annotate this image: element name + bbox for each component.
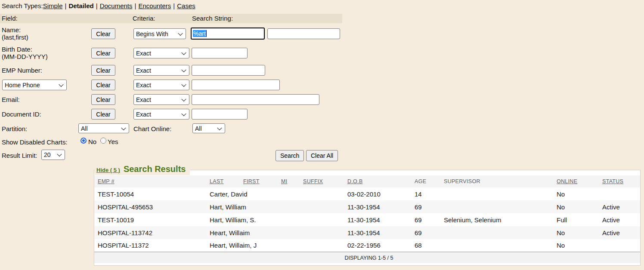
radio-yes-label: Yes <box>108 138 118 145</box>
results-header-row: EMP # LAST FIRST MI SUFFIX D.O.B AGE SUP… <box>94 175 640 187</box>
column-header-mi: MI <box>278 175 300 187</box>
chevron-down-icon <box>181 67 186 72</box>
table-row[interactable]: HOSPITAL-113742 Heart, Willaim 11-30-195… <box>94 226 640 239</box>
result-limit-select[interactable]: 20 <box>41 150 65 160</box>
email-criteria-select[interactable]: Exact <box>133 94 189 105</box>
emp-number-clear-button[interactable]: Clear <box>91 65 115 76</box>
radio-no-label: No <box>88 138 96 145</box>
search-button[interactable]: Search <box>276 150 304 161</box>
column-header-suffix: SUFFIX <box>300 175 344 187</box>
cell-dob: 11-30-1954 <box>344 226 411 239</box>
cell-age: 68 <box>411 239 440 252</box>
chart-online-label: Chart Online: <box>133 125 171 132</box>
chevron-down-icon <box>178 31 183 35</box>
cell-status <box>599 239 640 252</box>
displaying-count: DISPLAYING 1-5 / 5 <box>94 252 640 263</box>
cell-online: Full <box>553 213 599 226</box>
cell-online: No <box>553 187 599 200</box>
cell-dob: 11-30-1954 <box>344 200 411 213</box>
name-clear-button[interactable]: Clear <box>91 28 115 39</box>
results-table: EMP # LAST FIRST MI SUFFIX D.O.B AGE SUP… <box>94 175 640 263</box>
phone-search-input[interactable] <box>192 80 280 90</box>
document-id-label: Document ID: <box>2 110 41 118</box>
cell-dob: 03-02-2010 <box>344 187 411 200</box>
document-id-search-input[interactable] <box>192 109 248 120</box>
chart-online-select[interactable]: All <box>192 123 225 133</box>
document-id-criteria-select[interactable]: Exact <box>133 109 189 120</box>
cell-dob: 02-22-1956 <box>344 239 411 252</box>
birth-date-label: Birth Date: (MM-DD-YYYY) <box>2 46 48 60</box>
cell-online: No <box>553 226 599 239</box>
chevron-down-icon <box>181 50 186 55</box>
cell-emp: TEST-10054 <box>94 187 206 200</box>
field-column-label: Field: <box>2 15 18 22</box>
chevron-down-icon <box>181 96 186 101</box>
email-clear-button[interactable]: Clear <box>91 94 115 105</box>
name-search-input-2[interactable] <box>267 28 340 39</box>
column-header-emp: EMP # <box>94 175 206 187</box>
nav-link-simple[interactable]: Simple <box>43 2 63 9</box>
radio-no[interactable] <box>80 138 87 144</box>
cell-age: 14 <box>411 187 440 200</box>
cell-name: Hart, William <box>206 200 344 213</box>
chevron-down-icon <box>181 82 186 86</box>
cell-supervisor: Selenium, Selenium <box>440 213 553 226</box>
column-header-online: ONLINE <box>553 175 599 187</box>
table-row[interactable]: TEST-10054 Carter, David 03-02-2010 14 N… <box>94 187 640 200</box>
nav-link-cases[interactable]: Cases <box>177 2 195 9</box>
cell-emp: TEST-10019 <box>94 213 206 226</box>
table-row[interactable]: HOSPITAL-495653 Hart, William 11-30-1954… <box>94 200 640 213</box>
column-header-dob: D.O.B <box>344 175 411 187</box>
cell-online: No <box>553 239 599 252</box>
birth-date-search-input[interactable] <box>192 48 248 58</box>
chevron-down-icon <box>121 125 126 130</box>
chevron-down-icon <box>181 111 186 116</box>
column-header-status: STATUS <box>599 175 640 187</box>
search-results-panel: Hide ( 5 ) Search Results EMP # LAST FIR… <box>94 170 641 266</box>
name-criteria-select[interactable]: Begins With <box>133 28 186 39</box>
cell-emp: HOSPITAL-113742 <box>94 226 206 239</box>
nav-link-documents[interactable]: Documents <box>100 2 133 9</box>
cell-emp: HOSPITAL-495653 <box>94 200 206 213</box>
chevron-down-icon <box>217 125 222 130</box>
cell-emp: HOSPITAL-11372 <box>94 239 206 252</box>
cell-status: Active <box>599 213 640 226</box>
document-id-clear-button[interactable]: Clear <box>91 109 115 120</box>
table-row[interactable]: TEST-10019 Hart, William, S. 11-30-1954 … <box>94 213 640 226</box>
phone-clear-button[interactable]: Clear <box>91 80 115 90</box>
birth-date-criteria-select[interactable]: Exact <box>133 48 189 58</box>
radio-yes[interactable] <box>100 138 106 144</box>
name-search-input[interactable]: %art <box>191 28 265 40</box>
cell-name: Heart, Willaim <box>206 226 344 239</box>
chevron-down-icon <box>57 152 62 156</box>
form-header-bar: Field: Criteria: Search String: <box>0 14 342 23</box>
cell-age: 69 <box>411 226 440 239</box>
result-limit-label: Result Limit: <box>2 152 37 159</box>
partition-select[interactable]: All <box>78 123 129 133</box>
criteria-column-label: Criteria: <box>133 15 155 22</box>
clear-all-button[interactable]: Clear All <box>306 150 338 161</box>
phone-criteria-select[interactable]: Exact <box>133 80 189 90</box>
cell-status: Active <box>599 200 640 213</box>
column-header-last: LAST <box>206 175 240 187</box>
nav-link-encounters[interactable]: Encounters <box>138 2 171 9</box>
emp-number-search-input[interactable] <box>192 65 265 76</box>
table-row[interactable]: HOSPITAL-11372 Heart, Willaim, J 02-22-1… <box>94 239 640 252</box>
cell-age: 69 <box>411 200 440 213</box>
hide-results-link[interactable]: Hide ( 5 ) <box>96 167 120 173</box>
search-string-column-label: Search String: <box>192 15 233 22</box>
search-results-title: Search Results <box>124 164 186 174</box>
cell-dob: 11-30-1954 <box>344 213 411 226</box>
birth-date-clear-button[interactable]: Clear <box>91 48 115 58</box>
emp-number-label: EMP Number: <box>2 67 42 74</box>
search-results-legend: Hide ( 5 ) Search Results <box>95 164 190 175</box>
name-label: Name: (last,first) <box>2 26 28 41</box>
partition-label: Partition: <box>2 125 27 132</box>
emp-number-criteria-select[interactable]: Exact <box>133 65 189 76</box>
phone-field-select[interactable]: Home Phone <box>2 80 67 90</box>
column-header-first: FIRST <box>240 175 278 187</box>
cell-supervisor <box>440 239 553 252</box>
nav-link-detailed[interactable]: Detailed <box>68 2 93 9</box>
email-search-input[interactable] <box>192 94 319 105</box>
cell-name: Carter, David <box>206 187 344 200</box>
